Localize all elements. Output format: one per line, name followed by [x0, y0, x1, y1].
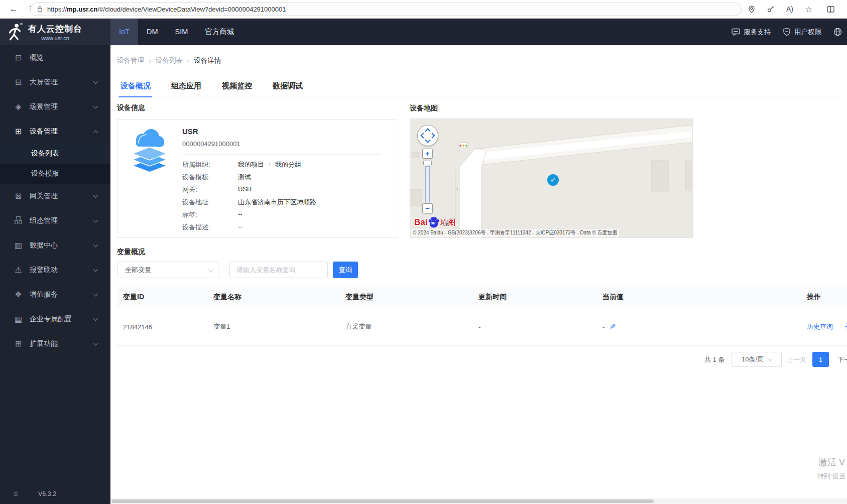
page-size-select[interactable]: 10条/页 — [732, 352, 782, 367]
device-mgmt-submenu: 设备列表 设备模板 — [0, 144, 110, 184]
breadcrumb-device-list[interactable]: 设备列表 — [156, 56, 183, 65]
horizontal-scrollbar[interactable] — [110, 498, 847, 504]
tab-video-monitor[interactable]: 视频监控 — [220, 77, 254, 97]
split-screen-icon — [827, 6, 834, 13]
breadcrumb: 设备管理 › 设备列表 › 设备详情 — [117, 56, 221, 65]
support-button[interactable]: 服务支持 — [732, 28, 771, 37]
device-info-title: 设备信息 — [117, 103, 145, 112]
col-variable-type: 变量类型 — [345, 293, 374, 302]
col-actions: 操作 — [807, 293, 821, 302]
marker-check-icon: ✓ — [550, 176, 556, 184]
field-value: -- — [238, 210, 243, 219]
map-zoom-out-button[interactable]: − — [422, 203, 433, 213]
location-button[interactable] — [744, 0, 759, 18]
sidebar-item-enterprise-config[interactable]: ▦ 企业专属配置 — [0, 307, 110, 331]
device-location-marker[interactable]: ✓ — [547, 174, 559, 186]
field-description: 设备描述: -- — [182, 223, 243, 232]
sidebar-item-device-template[interactable]: 设备模板 — [0, 164, 110, 184]
sidebar-item-overview[interactable]: ⊡ 概览 — [0, 45, 110, 70]
nav-tab-mall[interactable]: 官方商城 — [196, 19, 243, 45]
gateway-icon: ⊠ — [14, 191, 23, 201]
pan-down-icon[interactable] — [425, 137, 430, 143]
address-bar[interactable]: https://mp.usr.cn/#/cloud/device/ViewDev… — [30, 3, 742, 16]
sidebar-item-label: 组态管理 — [30, 216, 58, 225]
globe-icon — [833, 28, 842, 36]
app-logo[interactable]: 有人云控制台 www.usr.cn — [0, 19, 110, 45]
chevron-down-icon — [93, 316, 98, 321]
sidebar-item-label: 扩展功能 — [30, 339, 58, 348]
field-value: 测试 — [238, 173, 251, 182]
nav-tab-iot[interactable]: IoT — [110, 19, 138, 45]
overview-icon: ⊡ — [14, 53, 23, 62]
permissions-button[interactable]: 用户权限 — [783, 28, 821, 37]
chevron-down-icon — [93, 79, 98, 84]
tab-scada-app[interactable]: 组态应用 — [170, 77, 203, 97]
sidebar-item-device-mgmt[interactable]: ⊞ 设备管理 — [0, 119, 110, 144]
breadcrumb-device-mgmt[interactable]: 设备管理 — [117, 56, 144, 65]
chevron-down-icon — [93, 341, 98, 346]
map-zoom-in-button[interactable]: + — [422, 149, 433, 159]
col-current-value: 当前值 — [602, 293, 624, 302]
nav-tab-sim[interactable]: SIM — [167, 19, 197, 45]
variables-table: 变量ID 变量名称 变量类型 更新时间 当前值 操作 21842146 变量1 … — [117, 286, 847, 346]
sidebar-item-label: 报警联动 — [30, 266, 58, 275]
chevron-down-icon — [93, 267, 98, 272]
sidebar-item-device-list[interactable]: 设备列表 — [0, 144, 110, 164]
sidebar-item-alarm-linkage[interactable]: ⚠ 报警联动 — [0, 258, 110, 282]
language-button[interactable] — [833, 28, 842, 36]
sidebar-item-extensions[interactable]: ⊞ 扩展功能 — [0, 331, 110, 356]
select-value: 全部变量 — [125, 266, 151, 275]
map-pan-control[interactable] — [417, 125, 438, 146]
table-header-row: 变量ID 变量名称 变量类型 更新时间 当前值 操作 — [117, 286, 847, 308]
sidebar-item-gateway-mgmt[interactable]: ⊠ 网关管理 — [0, 184, 110, 208]
traffic-light-icon — [458, 143, 468, 148]
prev-page-button[interactable]: 上一页 — [787, 355, 806, 364]
pan-right-icon[interactable] — [429, 133, 435, 138]
pan-left-icon[interactable] — [420, 133, 426, 138]
split-screen-button[interactable] — [823, 0, 838, 18]
history-query-link[interactable]: 历史查询 — [807, 323, 833, 330]
sidebar-item-screen-mgmt[interactable]: ⊟ 大屏管理 — [0, 70, 110, 94]
device-map-title: 设备地图 — [410, 104, 438, 113]
field-label: 标签: — [182, 210, 238, 219]
chat-bubble-icon — [732, 28, 740, 36]
breadcrumb-separator-icon: › — [187, 57, 190, 65]
read-aloud-button[interactable]: A) — [782, 0, 797, 18]
sidebar-item-scene-mgmt[interactable]: ◈ 场景管理 — [0, 94, 110, 119]
device-map[interactable]: + − ↓ ✓ Bai du — [410, 118, 693, 238]
page-1-button[interactable]: 1 — [812, 352, 829, 367]
map-zoom-slider[interactable] — [423, 161, 432, 165]
password-button[interactable] — [763, 0, 778, 18]
sidebar-item-label: 数据中心 — [30, 241, 58, 250]
permissions-label: 用户权限 — [794, 28, 821, 37]
map-zoom-track[interactable] — [425, 166, 430, 202]
app-header: 有人云控制台 www.usr.cn IoT DM SIM 官方商城 服务支持 用… — [0, 19, 847, 45]
device-id: 0000004291000001 — [182, 140, 240, 148]
cell-variable-type: 直采变量 — [345, 322, 372, 331]
lock-icon — [37, 6, 43, 13]
scrollbar-thumb[interactable] — [111, 499, 654, 503]
sidebar-item-scada-mgmt[interactable]: 品 组态管理 — [0, 208, 110, 233]
browser-back-button[interactable]: ← — [6, 0, 21, 18]
edit-icon[interactable]: ✎ — [610, 322, 616, 331]
sidebar-item-label: 大屏管理 — [30, 78, 58, 87]
variable-search-input[interactable] — [229, 262, 328, 278]
secondary-action-link[interactable]: 主 — [844, 323, 847, 330]
nav-tab-dm[interactable]: DM — [138, 19, 167, 45]
field-value: -- — [238, 223, 243, 232]
variable-type-select[interactable]: 全部变量 — [117, 262, 219, 278]
pan-up-icon[interactable] — [425, 128, 430, 134]
favorites-button[interactable]: ☆ — [801, 0, 816, 18]
next-page-button[interactable]: 下一页 — [837, 355, 847, 364]
top-nav: IoT DM SIM 官方商城 — [110, 19, 243, 45]
baidu-maps-logo[interactable]: Bai du 地图 — [414, 216, 455, 228]
tab-data-debug[interactable]: 数据调试 — [271, 77, 304, 97]
sidebar-item-value-added-services[interactable]: ❖ 增值服务 — [0, 282, 110, 307]
baidu-paw-icon: du — [428, 216, 440, 228]
activate-watermark-line1: 激活 V — [818, 456, 845, 468]
tab-device-overview[interactable]: 设备概况 — [119, 77, 152, 97]
logo-title: 有人云控制台 — [28, 23, 82, 35]
sidebar-item-data-center[interactable]: ▥ 数据中心 — [0, 233, 110, 258]
query-button[interactable]: 查询 — [333, 262, 358, 278]
field-label: 设备地址: — [182, 198, 238, 207]
